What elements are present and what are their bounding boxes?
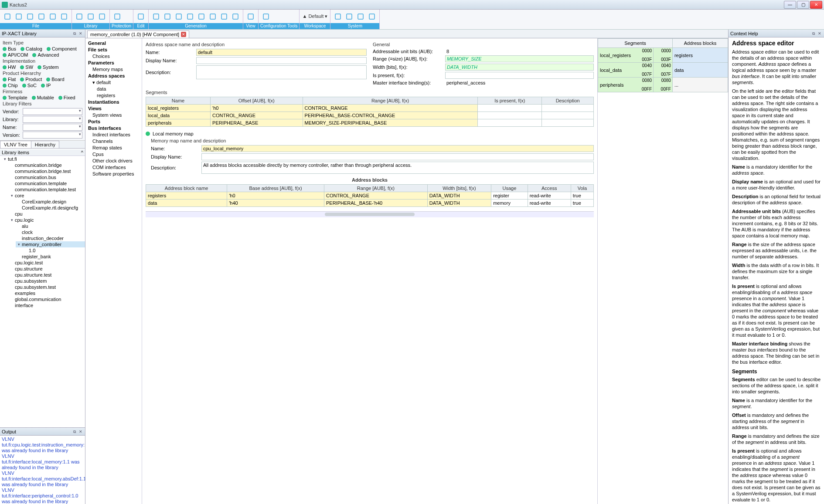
tree-item[interactable]: communication.bridge	[9, 162, 85, 168]
tree-item[interactable]: 1.0	[23, 247, 85, 254]
g3-icon[interactable]	[174, 12, 184, 21]
g6-icon[interactable]	[208, 12, 218, 21]
nav-item[interactable]: Other clock drivers	[88, 158, 139, 164]
filter-System[interactable]: System	[37, 64, 59, 70]
nav-item[interactable]: Memory maps	[88, 66, 139, 73]
g8-icon[interactable]	[231, 12, 240, 21]
nav-item[interactable]: COM interfaces	[88, 164, 139, 171]
filter-Chip[interactable]: Chip	[3, 83, 18, 88]
tree-item[interactable]: alu	[16, 223, 85, 229]
refresh-icon[interactable]	[136, 12, 146, 21]
db-icon[interactable]	[75, 12, 84, 21]
filter-Mutable[interactable]: Mutable	[32, 95, 54, 100]
tree-item[interactable]: cpu.structure.test	[9, 272, 85, 278]
filter-Version:[interactable]	[23, 132, 82, 139]
dbrefresh-icon[interactable]	[86, 12, 95, 21]
save2-icon[interactable]	[37, 12, 46, 21]
nav-item[interactable]: Indirect interfaces	[88, 132, 139, 138]
filter-Component[interactable]: Component	[47, 46, 77, 51]
print-icon[interactable]	[59, 12, 69, 21]
filter-Advanced[interactable]: Advanced	[32, 52, 59, 58]
g5-icon[interactable]	[197, 12, 206, 21]
nav-item[interactable]: registers	[88, 92, 139, 99]
nav-item[interactable]: General	[88, 40, 139, 47]
nav-item[interactable]: Bus interfaces	[88, 125, 139, 132]
tree-item[interactable]: communication.bus	[9, 174, 85, 180]
tree-item[interactable]: CoreExample.design	[16, 199, 85, 205]
s2-icon[interactable]	[344, 12, 354, 21]
close-panel-icon[interactable]: ✕	[817, 31, 822, 36]
nav-item[interactable]: Address spaces	[88, 73, 139, 79]
lmm-display-name-field[interactable]	[201, 153, 594, 160]
context-help-content[interactable]: Address space editorAddress space editor…	[729, 37, 824, 504]
component-nav-tree[interactable]: GeneralFile setsChoicesParametersMemory …	[85, 38, 142, 504]
close-panel-icon[interactable]: ✕	[78, 429, 83, 434]
save-icon[interactable]	[14, 12, 24, 21]
filter-IP[interactable]: IP	[41, 83, 51, 88]
tree-item[interactable]: register_bank	[16, 254, 85, 260]
address-blocks-table[interactable]: Address block nameBase address [AUB], f(…	[146, 184, 594, 207]
tree-item[interactable]: cpu.subsystem	[9, 278, 85, 284]
filter-Library:[interactable]	[23, 116, 82, 123]
display-name-field[interactable]	[196, 57, 367, 64]
check-icon[interactable]	[97, 12, 107, 21]
aub-field[interactable]: 8	[445, 49, 594, 54]
is-present-field[interactable]	[445, 72, 594, 79]
tree-item[interactable]: interface	[9, 302, 85, 308]
minimize-button[interactable]: —	[784, 1, 796, 9]
nav-item[interactable]: System views	[88, 112, 139, 118]
tree-item[interactable]: instruction_decoder	[16, 235, 85, 241]
s3-icon[interactable]	[356, 12, 365, 21]
saveall-icon[interactable]	[25, 12, 35, 21]
tree-item[interactable]: ▾tut.fi	[2, 156, 85, 162]
filter-Fixed[interactable]: Fixed	[58, 95, 75, 100]
undock-icon[interactable]: ⧉	[72, 31, 77, 36]
tab-Hierarchy[interactable]: Hierarchy	[31, 141, 59, 148]
undock-icon[interactable]: ⧉	[72, 429, 77, 434]
document-tab[interactable]: memory_controller (1.0) [HW Component] ✕	[87, 30, 189, 38]
c1-icon[interactable]	[261, 12, 271, 21]
filter-Flat[interactable]: Flat	[3, 77, 16, 82]
library-tree[interactable]: Library items^ ▾tut.ficommunication.brid…	[0, 149, 85, 427]
tree-item[interactable]: clock	[16, 229, 85, 235]
v1-icon[interactable]	[246, 12, 255, 21]
width-field[interactable]: DATA_WIDTH	[445, 64, 594, 71]
name-field[interactable]: default	[196, 49, 367, 56]
new-icon[interactable]	[3, 12, 12, 21]
g4-icon[interactable]	[185, 12, 195, 21]
tree-item[interactable]: cpu	[9, 211, 85, 217]
filter-Vendor:[interactable]	[23, 108, 82, 115]
segments-table[interactable]: NameOffset [AUB], f(x)Range [AUB], f(x)I…	[146, 97, 594, 127]
g2-icon[interactable]	[163, 12, 172, 21]
tree-item[interactable]: global.communication	[9, 296, 85, 302]
tree-item[interactable]: examples	[9, 290, 85, 296]
range-field[interactable]: MEMORY_SIZE	[445, 55, 594, 62]
nav-item[interactable]: Views	[88, 105, 139, 112]
undock-icon[interactable]: ⧉	[811, 31, 816, 36]
tree-item[interactable]: communication.bridge.test	[9, 168, 85, 174]
g1-icon[interactable]	[151, 12, 161, 21]
nav-item[interactable]: Remap states	[88, 145, 139, 151]
nav-item[interactable]: File sets	[88, 47, 139, 53]
nav-item[interactable]: data	[88, 86, 139, 92]
tab-VLNV Tree[interactable]: VLNV Tree	[0, 141, 31, 148]
filter-Name:[interactable]	[23, 124, 82, 131]
nav-item[interactable]: Cpus	[88, 151, 139, 158]
tree-item[interactable]: ▾core	[9, 193, 85, 199]
filter-Product[interactable]: Product	[20, 77, 42, 82]
nav-item[interactable]: Ports	[88, 118, 139, 125]
tree-item[interactable]: ▾memory_controller	[16, 241, 85, 247]
g7-icon[interactable]	[219, 12, 229, 21]
nav-item[interactable]: Channels	[88, 138, 139, 145]
nav-item[interactable]: Choices	[88, 53, 139, 60]
close-tab-icon[interactable]: ✕	[181, 32, 186, 37]
tree-item[interactable]: communication.template.test	[9, 186, 85, 193]
maximize-button[interactable]: ▢	[797, 1, 809, 9]
filter-SoC[interactable]: SoC	[22, 83, 37, 88]
lock-icon[interactable]	[112, 12, 122, 21]
nav-item[interactable]: ▾ default	[88, 79, 139, 86]
save3-icon[interactable]	[48, 12, 58, 21]
nav-item[interactable]: Instantiations	[88, 99, 139, 105]
tree-item[interactable]: cpu.logic.test	[9, 260, 85, 266]
nav-item[interactable]: Parameters	[88, 60, 139, 66]
